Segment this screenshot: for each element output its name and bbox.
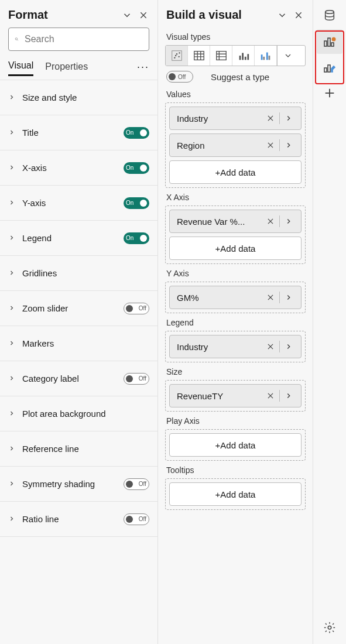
field-menu-button[interactable] <box>281 214 296 229</box>
field-well[interactable]: IndustryRegion+Add data <box>165 102 306 188</box>
field-menu-button[interactable] <box>281 138 296 153</box>
visual-type-scatter[interactable] <box>166 46 188 66</box>
search-input[interactable] <box>23 33 143 45</box>
rail-data-button[interactable] <box>317 4 342 28</box>
rail-format-button[interactable] <box>317 55 342 80</box>
field-name: Region <box>177 141 263 150</box>
close-button[interactable] <box>293 9 304 21</box>
format-option-row[interactable]: Gridlines <box>0 256 157 291</box>
add-data-button[interactable]: +Add data <box>169 160 302 184</box>
remove-field-button[interactable] <box>263 214 278 229</box>
tab-visual[interactable]: Visual <box>8 58 33 76</box>
collapse-button[interactable] <box>121 9 133 21</box>
svg-rect-44 <box>331 43 334 46</box>
field-menu-button[interactable] <box>281 111 296 126</box>
visual-types-picker <box>165 45 306 66</box>
field-name: Industry <box>177 114 263 124</box>
field-well[interactable]: RevenueTY <box>165 380 306 412</box>
chevron-right-icon <box>8 444 16 454</box>
field-chip[interactable]: RevenueTY <box>169 384 302 407</box>
chevron-right-icon <box>285 392 293 400</box>
visual-type-more[interactable] <box>277 46 298 66</box>
format-option-row[interactable]: Y-axisOn <box>0 186 157 221</box>
field-well[interactable]: Industry <box>165 331 306 362</box>
field-well[interactable]: GM% <box>165 282 306 313</box>
field-chip[interactable]: Region <box>169 133 302 157</box>
add-data-button[interactable]: +Add data <box>169 237 302 260</box>
close-icon <box>294 11 303 20</box>
remove-field-button[interactable] <box>263 111 278 126</box>
build-title: Build a visual <box>166 8 242 22</box>
rail-add-button[interactable] <box>317 81 342 105</box>
svg-point-11 <box>179 52 180 53</box>
svg-point-8 <box>176 53 177 54</box>
toggle-switch[interactable]: On <box>124 232 149 244</box>
field-chip[interactable]: GM% <box>169 286 302 309</box>
field-menu-button[interactable] <box>281 388 296 403</box>
toggle-switch[interactable]: On <box>124 162 149 174</box>
search-icon <box>15 34 19 44</box>
toggle-switch[interactable]: Off <box>124 303 149 314</box>
toggle-switch[interactable]: Off <box>124 373 149 385</box>
format-option-row[interactable]: Plot area background <box>0 396 157 431</box>
format-option-label: Plot area background <box>22 409 149 419</box>
close-button[interactable] <box>138 9 149 21</box>
format-option-label: Size and style <box>22 93 149 102</box>
svg-rect-47 <box>328 65 330 72</box>
format-option-row[interactable]: TitleOn <box>0 115 157 150</box>
chevron-right-icon <box>8 409 16 419</box>
build-visual-pane: Build a visual Visual types <box>158 0 313 644</box>
visual-type-matrix[interactable] <box>210 46 232 66</box>
visual-type-clustered-bar[interactable] <box>255 46 277 66</box>
field-chip[interactable]: Revenue Var %... <box>169 210 302 233</box>
field-well[interactable]: +Add data <box>165 429 306 461</box>
format-option-label: Gridlines <box>22 268 149 278</box>
build-pane-header: Build a visual <box>158 0 313 28</box>
field-menu-button[interactable] <box>281 339 296 354</box>
field-well[interactable]: +Add data <box>165 478 306 510</box>
format-option-row[interactable]: Reference line <box>0 431 157 467</box>
gear-icon <box>323 621 336 634</box>
collapse-button[interactable] <box>276 9 288 21</box>
field-chip[interactable]: Industry <box>169 107 302 130</box>
format-option-row[interactable]: Size and style <box>0 80 157 115</box>
toggle-switch[interactable]: On <box>124 197 149 209</box>
svg-rect-28 <box>268 56 270 60</box>
matrix-icon <box>215 49 228 62</box>
remove-field-button[interactable] <box>263 388 278 403</box>
format-option-row[interactable]: Markers <box>0 326 157 361</box>
suggest-toggle[interactable]: Off <box>166 71 193 83</box>
field-well[interactable]: Revenue Var %...+Add data <box>165 205 306 264</box>
format-option-row[interactable]: Ratio lineOff <box>0 502 157 537</box>
format-option-row[interactable]: X-axisOn <box>0 150 157 186</box>
separator <box>279 292 280 303</box>
toggle-label: On <box>126 200 133 206</box>
svg-line-3 <box>17 40 18 41</box>
chevron-right-icon <box>285 217 293 225</box>
remove-field-button[interactable] <box>263 339 278 354</box>
format-option-row[interactable]: LegendOn <box>0 221 157 256</box>
svg-rect-26 <box>263 57 265 60</box>
remove-field-button[interactable] <box>263 138 278 153</box>
rail-build-button[interactable] <box>317 29 342 54</box>
search-input-wrapper[interactable] <box>8 28 149 51</box>
field-chip[interactable]: Industry <box>169 335 302 358</box>
svg-rect-22 <box>242 53 244 60</box>
visual-type-bar[interactable] <box>232 46 255 66</box>
format-option-row[interactable]: Zoom sliderOff <box>0 291 157 326</box>
tab-more-button[interactable]: ··· <box>137 61 149 73</box>
toggle-label: Off <box>139 481 146 487</box>
format-option-label: Legend <box>22 233 124 243</box>
rail-settings-button[interactable] <box>317 615 342 640</box>
toggle-switch[interactable]: Off <box>124 478 149 490</box>
add-data-button[interactable]: +Add data <box>169 482 302 506</box>
format-option-row[interactable]: Category labelOff <box>0 361 157 396</box>
remove-field-button[interactable] <box>263 290 278 305</box>
visual-type-table[interactable] <box>188 46 210 66</box>
add-data-button[interactable]: +Add data <box>169 433 302 457</box>
toggle-switch[interactable]: On <box>124 127 149 139</box>
toggle-switch[interactable]: Off <box>124 513 149 525</box>
format-option-row[interactable]: Symmetry shadingOff <box>0 467 157 502</box>
tab-properties[interactable]: Properties <box>45 59 88 76</box>
field-menu-button[interactable] <box>281 290 296 305</box>
